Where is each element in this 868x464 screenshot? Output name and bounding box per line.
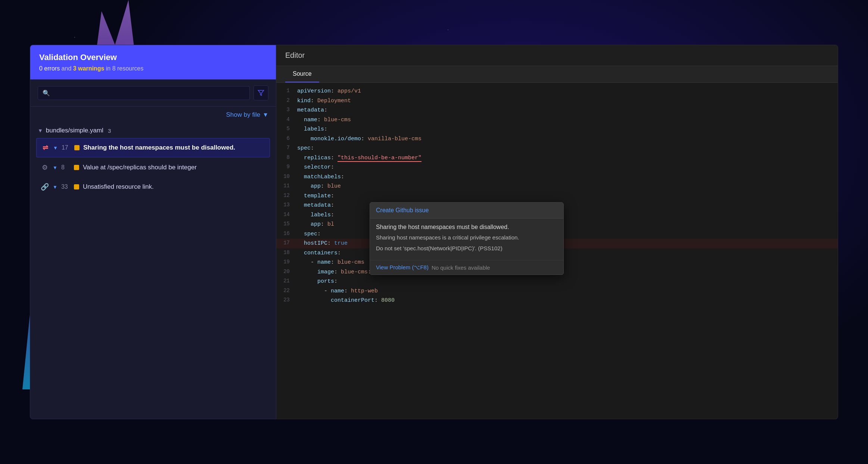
tab-source[interactable]: Source bbox=[285, 66, 319, 82]
code-line-9: 9 selector: bbox=[276, 163, 838, 172]
warnings-count: 3 warnings bbox=[73, 65, 105, 72]
panel-header: Validation Overview 0 errors and 3 warni… bbox=[30, 45, 276, 79]
tooltip-footer: View Problem (⌥F8) No quick fixes availa… bbox=[370, 260, 563, 275]
validation-panel: Validation Overview 0 errors and 3 warni… bbox=[30, 45, 276, 419]
show-by-row: Show by file ▼ bbox=[30, 107, 276, 123]
editor-header: Editor bbox=[276, 45, 838, 66]
tooltip-header: Create Github issue bbox=[370, 203, 563, 219]
code-line-10: 10 matchLabels: bbox=[276, 172, 838, 182]
chevron-down-icon[interactable]: ▼ bbox=[262, 112, 268, 118]
item-line-num: 33 bbox=[61, 184, 70, 190]
file-group-header[interactable]: ▼ bundles/simple.yaml 3 bbox=[36, 123, 270, 138]
item-text: Sharing the host namespaces must be disa… bbox=[83, 144, 235, 151]
tooltip-popup: Create Github issue Sharing the host nam… bbox=[370, 202, 564, 275]
code-line-22: 22 - name: http-web bbox=[276, 286, 838, 296]
item-text: Unsatisfied resource link. bbox=[83, 183, 154, 191]
editor-tabs: Source bbox=[276, 66, 838, 83]
main-container: Validation Overview 0 errors and 3 warni… bbox=[30, 45, 838, 419]
panel-subtitle: 0 errors and 3 warnings in 8 resources bbox=[39, 65, 267, 72]
validation-item[interactable]: ⇌ ▼ 17 Sharing the host namespaces must … bbox=[36, 138, 270, 157]
link-icon: 🔗 bbox=[41, 183, 49, 191]
group-chevron-icon: ▼ bbox=[38, 128, 43, 134]
warning-badge bbox=[74, 184, 79, 189]
tooltip-desc-2: Do not set 'spec.host(Network|PID|IPC)'.… bbox=[376, 244, 557, 253]
code-line-8: 8 replicas: "this-should-be-a-number" bbox=[276, 153, 838, 163]
code-line-5: 5 labels: bbox=[276, 125, 838, 134]
item-line-num: 8 bbox=[61, 164, 70, 171]
panel-title: Validation Overview bbox=[39, 53, 267, 62]
editor-title: Editor bbox=[285, 51, 305, 59]
errors-count: 0 errors bbox=[39, 65, 60, 72]
search-area: 🔍 bbox=[30, 79, 276, 107]
code-line-23: 23 containerPort: 8080 bbox=[276, 296, 838, 305]
file-group-name: bundles/simple.yaml bbox=[46, 127, 103, 134]
editor-panel: Editor Source 1 apiVersion: apps/v1 2 ki… bbox=[276, 45, 838, 419]
validation-item[interactable]: ⚙ ▼ 8 Value at /spec/replicas should be … bbox=[36, 158, 270, 177]
tooltip-body: Sharing the host namespaces must be disa… bbox=[370, 219, 563, 260]
warning-badge bbox=[74, 145, 80, 150]
editor-content[interactable]: 1 apiVersion: apps/v1 2 kind: Deployment… bbox=[276, 83, 838, 419]
code-line-2: 2 kind: Deployment bbox=[276, 96, 838, 106]
filter-button[interactable] bbox=[253, 85, 268, 100]
code-line-6: 6 monokle.io/demo: vanilla-blue-cms bbox=[276, 134, 838, 144]
show-by-label[interactable]: Show by file bbox=[226, 111, 260, 119]
tooltip-desc-1: Sharing host namespaces is a critical pr… bbox=[376, 233, 557, 242]
warning-badge bbox=[74, 165, 79, 170]
code-line-11: 11 app: blue bbox=[276, 182, 838, 191]
gear-icon: ⚙ bbox=[41, 163, 49, 172]
tooltip-title: Sharing the host namespaces must be disa… bbox=[376, 224, 557, 231]
view-problem-link[interactable]: View Problem (⌥F8) bbox=[376, 264, 429, 271]
code-line-4: 4 name: blue-cms bbox=[276, 115, 838, 125]
code-line-12: 12 template: bbox=[276, 191, 838, 201]
file-group: ▼ bundles/simple.yaml 3 ⇌ ▼ 17 Sharing t… bbox=[30, 123, 276, 196]
expand-icon: ▼ bbox=[53, 165, 57, 170]
expand-icon: ▼ bbox=[53, 184, 57, 190]
svg-marker-0 bbox=[258, 90, 264, 95]
item-line-num: 17 bbox=[62, 144, 71, 151]
code-line-1: 1 apiVersion: apps/v1 bbox=[276, 87, 838, 96]
search-icon: 🔍 bbox=[43, 90, 50, 97]
file-group-count: 3 bbox=[108, 128, 111, 134]
item-text: Value at /spec/replicas should be intege… bbox=[83, 164, 197, 171]
subtitle-suffix: in 8 resources bbox=[106, 65, 144, 72]
code-line-21: 21 ports: bbox=[276, 277, 838, 286]
validation-item[interactable]: 🔗 ▼ 33 Unsatisfied resource link. bbox=[36, 178, 270, 196]
no-fix-label: No quick fixes available bbox=[432, 264, 490, 271]
priority-icon: ⇌ bbox=[41, 144, 49, 152]
validation-items-list: ⇌ ▼ 17 Sharing the host namespaces must … bbox=[36, 138, 270, 196]
search-input[interactable] bbox=[53, 90, 245, 96]
subtitle-middle: and bbox=[62, 65, 73, 72]
expand-icon: ▼ bbox=[53, 145, 58, 151]
search-box[interactable]: 🔍 bbox=[38, 86, 250, 100]
tooltip-create-issue[interactable]: Create Github issue bbox=[376, 207, 429, 213]
code-line-7: 7 spec: bbox=[276, 144, 838, 153]
code-line-3: 3 metadata: bbox=[276, 106, 838, 115]
